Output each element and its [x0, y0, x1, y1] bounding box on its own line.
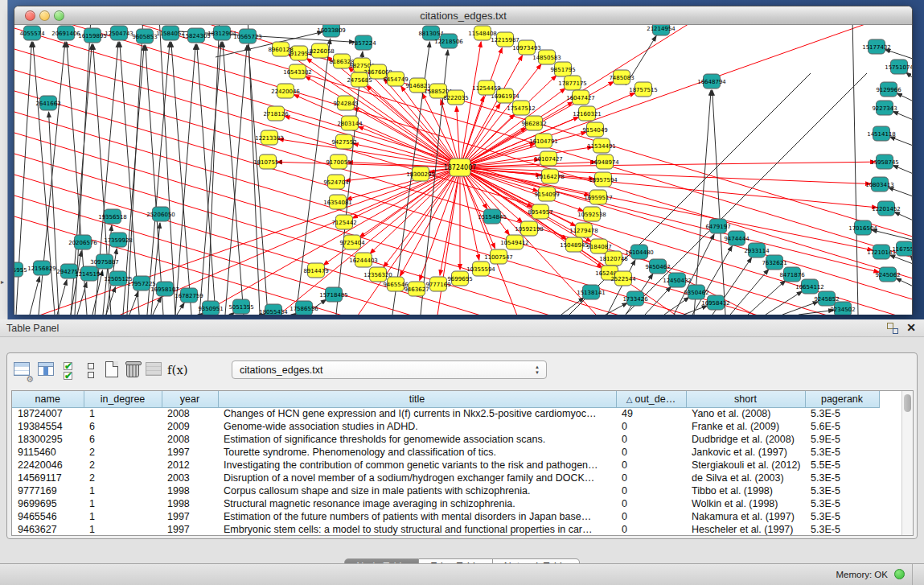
graph-node[interactable]: 2641663 — [35, 96, 60, 110]
graph-node[interactable]: 15824305 — [182, 28, 211, 43]
black-edge[interactable] — [893, 111, 912, 121]
new-column-button[interactable] — [103, 360, 122, 381]
select-all-columns-button[interactable]: ✔✔ — [61, 360, 80, 381]
black-edge[interactable] — [694, 90, 711, 315]
graph-node[interactable]: 12201452 — [872, 201, 901, 216]
graph-node[interactable]: 9350951 — [198, 301, 223, 315]
graph-node[interactable]: 16959517 — [584, 190, 613, 204]
red-edge[interactable] — [460, 167, 879, 272]
graph-node[interactable]: 11534491 — [587, 138, 616, 153]
graph-node[interactable]: 12213383 — [255, 130, 284, 145]
graph-node[interactable]: 21214954 — [647, 25, 676, 35]
black-edge[interactable] — [748, 280, 786, 315]
graph-node[interactable]: 9227343 — [872, 101, 897, 115]
graph-node[interactable]: 4055574 — [19, 26, 45, 40]
select-columns-button[interactable] — [37, 360, 56, 381]
graph-node[interactable]: 18107554 — [253, 154, 282, 169]
red-edge[interactable] — [14, 25, 912, 242]
black-edge[interactable] — [177, 303, 184, 315]
graph-node[interactable]: 16958432 — [701, 295, 730, 310]
column-header-name[interactable]: name — [12, 391, 84, 407]
graph-node[interactable]: 2803144 — [337, 116, 363, 130]
table-select-dropdown[interactable]: citations_edges.txt ▲▼ — [232, 360, 547, 379]
graph-node[interactable]: 8914479 — [303, 263, 328, 278]
black-edge[interactable] — [606, 303, 627, 315]
graph-node[interactable]: 15048945 — [560, 237, 589, 252]
vertical-scrollbar[interactable] — [901, 391, 913, 535]
graph-node[interactable]: 9699695 — [447, 271, 472, 286]
red-edge[interactable] — [14, 25, 912, 284]
table-row[interactable]: 1872400712008Changes of HCN gene express… — [12, 407, 879, 420]
graph-node[interactable]: 9154099 — [534, 187, 559, 201]
float-window-icon[interactable] — [887, 323, 898, 334]
graph-node[interactable]: 17877175 — [558, 76, 587, 90]
black-edge[interactable] — [151, 223, 160, 315]
black-edge[interactable] — [129, 291, 138, 315]
graph-node[interactable]: 9524704 — [323, 175, 349, 189]
black-edge[interactable] — [225, 45, 247, 315]
black-edge[interactable] — [766, 291, 803, 315]
graph-node[interactable]: 16104480 — [625, 245, 654, 259]
graph-node[interactable]: 15958745 — [870, 154, 899, 169]
graph-node[interactable]: 10565723 — [233, 29, 262, 43]
column-header-pagerank[interactable]: pagerank — [805, 391, 879, 407]
close-panel-icon[interactable]: ✕ — [906, 321, 916, 334]
table-row[interactable]: 1456911722003Disruption of a novel membe… — [12, 472, 879, 484]
graph-node[interactable]: 16948974 — [590, 154, 619, 169]
graph-node[interactable]: 20206576 — [68, 235, 97, 249]
black-edge[interactable] — [248, 25, 260, 315]
table-row[interactable]: 1830029562008Estimation of significance … — [12, 433, 879, 446]
black-edge[interactable] — [175, 44, 195, 315]
black-edge[interactable] — [888, 187, 912, 197]
graph-node[interactable]: 9170055 — [326, 154, 351, 169]
graph-node[interactable]: 12450432 — [663, 273, 692, 287]
black-edge[interactable] — [906, 72, 912, 80]
black-edge[interactable] — [885, 49, 912, 60]
red-edge[interactable] — [14, 25, 912, 263]
graph-node[interactable]: 15138141 — [577, 285, 606, 299]
graph-node[interactable]: 15751074 — [885, 60, 912, 74]
panel-splitter[interactable]: ▸ — [0, 0, 8, 319]
graph-node[interactable]: 9129966 — [876, 82, 901, 97]
graph-node[interactable]: 18757515 — [629, 82, 658, 97]
black-edge[interactable] — [872, 230, 912, 241]
black-edge[interactable] — [889, 137, 912, 146]
graph-node[interactable]: 15177432 — [862, 39, 891, 54]
graph-node[interactable]: 7632621 — [762, 255, 786, 270]
black-edge[interactable] — [897, 93, 912, 102]
column-header-title[interactable]: title — [218, 391, 616, 407]
graph-node[interactable]: 7125442 — [331, 215, 356, 229]
splitter-arrow-icon[interactable]: ▸ — [1, 278, 4, 286]
graph-node[interactable]: 9851795 — [550, 62, 575, 76]
red-edge[interactable] — [460, 147, 593, 167]
black-edge[interactable] — [223, 42, 244, 315]
graph-node[interactable]: 12156829 — [27, 261, 56, 275]
graph-node[interactable]: 15718485 — [319, 287, 348, 302]
graph-node[interactable]: 9245062 — [875, 267, 900, 282]
graph-node[interactable]: 10592538 — [577, 207, 606, 221]
graph-node[interactable]: 18055434 — [259, 304, 288, 315]
graph-node[interactable]: 9605853 — [132, 29, 157, 43]
black-edge[interactable] — [171, 42, 191, 315]
black-edge[interactable] — [207, 25, 220, 315]
graph-node[interactable]: 14514118 — [867, 126, 896, 141]
black-edge[interactable] — [199, 42, 221, 315]
table-row[interactable]: 911546021997Tourette syndrome. Phenomeno… — [12, 446, 879, 459]
graph-node[interactable]: 11007547 — [484, 249, 513, 264]
graph-node[interactable]: 18312904 — [207, 26, 236, 40]
scrollbar-thumb[interactable] — [904, 394, 911, 412]
graph-node[interactable]: 16159895 — [78, 28, 107, 43]
graph-node[interactable]: 2718126 — [263, 106, 289, 121]
column-header-short[interactable]: short — [686, 391, 805, 407]
black-edge[interactable] — [561, 298, 584, 315]
black-edge[interactable] — [645, 286, 671, 315]
graph-node[interactable]: 16648794 — [697, 74, 726, 89]
graph-node[interactable]: 16033809 — [317, 25, 346, 37]
window-titlebar[interactable]: citations_edges.txt — [14, 6, 912, 25]
column-header-year[interactable]: year — [162, 391, 218, 407]
table-row[interactable]: 946362711997Embryonic stem cells: a mode… — [12, 523, 879, 536]
graph-node[interactable]: 8471876 — [779, 267, 805, 282]
table-row[interactable]: 946554611997Estimation of the future num… — [12, 510, 879, 523]
graph-node[interactable]: 10355594 — [466, 262, 495, 276]
table-row[interactable]: 977716911998Corpus callosum shape and si… — [12, 484, 879, 497]
